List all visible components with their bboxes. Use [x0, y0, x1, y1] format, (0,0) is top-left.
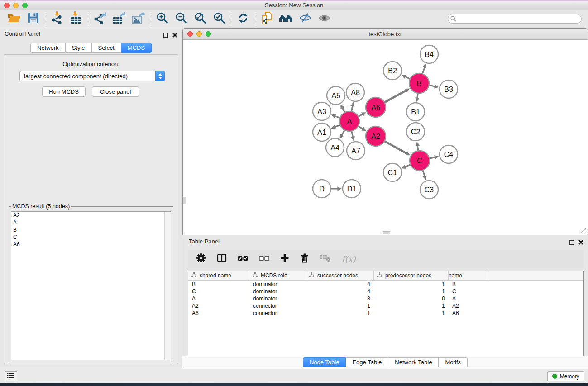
graph-node-A[interactable]: A — [339, 111, 359, 131]
close-panel-icon[interactable] — [172, 31, 177, 39]
graph-edge-C-C3[interactable] — [423, 171, 427, 180]
table-tab-node-table[interactable]: Node Table — [303, 357, 346, 367]
add-column-button[interactable] — [280, 253, 289, 264]
float-panel-icon[interactable] — [163, 33, 168, 38]
table-row[interactable]: A6connector11A6 — [188, 310, 583, 317]
graph-edge-C-C4[interactable] — [430, 155, 439, 159]
resize-grip-icon[interactable] — [581, 228, 587, 234]
graph-node-C2[interactable]: C2 — [406, 123, 425, 141]
graph-edge-A-A8[interactable] — [350, 102, 354, 111]
import-network-button[interactable] — [48, 11, 67, 27]
graph-node-B2[interactable]: B2 — [383, 62, 402, 80]
graph-edge-C-C1[interactable] — [402, 165, 410, 169]
memory-button[interactable]: Memory — [547, 371, 584, 381]
duplicate-network-button[interactable] — [258, 11, 277, 27]
search-input[interactable] — [448, 14, 582, 24]
graph-edge-B-B1[interactable] — [415, 94, 420, 102]
zoom-fit-button[interactable] — [191, 11, 210, 27]
graph-node-D1[interactable]: D1 — [343, 180, 361, 198]
tab-style[interactable]: Style — [66, 43, 92, 53]
graph-node-B1[interactable]: B1 — [406, 103, 425, 121]
zoom-window-button[interactable] — [22, 3, 28, 8]
graph-node-B4[interactable]: B4 — [420, 45, 438, 63]
graph-node-A5[interactable]: A5 — [327, 86, 345, 105]
show-graphics-details-button[interactable] — [315, 11, 334, 27]
export-network-button[interactable] — [91, 11, 110, 27]
result-scrollbar[interactable] — [164, 212, 171, 360]
column-header-MCDS-role[interactable]: MCDS role — [249, 271, 306, 280]
save-session-button[interactable] — [24, 11, 43, 27]
graph-edge-A-A6[interactable] — [359, 112, 366, 116]
table-row[interactable]: Cdominator41C — [188, 288, 583, 295]
graph-edge-B-B4[interactable] — [422, 64, 426, 73]
graph-node-C1[interactable]: C1 — [383, 163, 402, 181]
minimize-window-button[interactable] — [13, 3, 19, 8]
splitter-handle-vertical[interactable] — [183, 197, 186, 204]
graph-edge-A6-B[interactable] — [385, 89, 410, 102]
column-header-shared-name[interactable]: shared name — [188, 271, 249, 280]
criterion-dropdown[interactable]: largest connected component (directed) — [19, 71, 165, 81]
graph-node-C3[interactable]: C3 — [420, 181, 438, 199]
import-table-button[interactable] — [67, 11, 86, 27]
select-all-button[interactable] — [238, 255, 248, 263]
graph-edge-D-D1[interactable] — [331, 186, 342, 191]
table-tab-motifs[interactable]: Motifs — [439, 357, 468, 367]
graph-node-B[interactable]: B — [409, 73, 429, 93]
show-log-button[interactable] — [5, 371, 17, 381]
close-panel-icon[interactable] — [578, 238, 583, 247]
zoom-out-button[interactable] — [172, 11, 191, 27]
tab-network[interactable]: Network — [30, 43, 66, 53]
export-image-button[interactable] — [129, 11, 148, 27]
network-canvas[interactable]: AA1A2A3A4A5A6A7A8BB1B2B3B4CC1C2C3C4DD1 — [183, 40, 588, 234]
column-header-predecessor-nodes[interactable]: predecessor nodes — [374, 271, 449, 280]
home-button[interactable] — [277, 11, 296, 27]
graph-node-B3[interactable]: B3 — [440, 80, 458, 98]
close-panel-button[interactable]: Close panel — [92, 86, 139, 97]
graph-edge-A-A7[interactable] — [351, 131, 355, 141]
graph-edge-A-A5[interactable] — [340, 104, 344, 112]
network-minimize-button[interactable] — [196, 31, 202, 37]
zoom-selected-button[interactable] — [210, 11, 229, 27]
graph-node-A2[interactable]: A2 — [366, 126, 386, 146]
graph-node-C4[interactable]: C4 — [440, 145, 458, 163]
table-row[interactable]: A2connector11A2 — [188, 302, 583, 310]
graph-edge-C-C2[interactable] — [416, 142, 420, 150]
graph-node-A7[interactable]: A7 — [347, 142, 365, 160]
graph-edge-B-B2[interactable] — [402, 75, 410, 79]
open-session-button[interactable] — [5, 11, 24, 27]
table-row[interactable]: Adominator80A — [188, 295, 583, 302]
refresh-button[interactable] — [234, 11, 253, 27]
float-panel-icon[interactable] — [569, 240, 574, 245]
zoom-in-button[interactable] — [153, 11, 172, 27]
graph-edge-B-B3[interactable] — [430, 84, 439, 88]
graph-node-C[interactable]: C — [410, 151, 430, 171]
table-tab-network-table[interactable]: Network Table — [388, 357, 439, 367]
show-columns-button[interactable] — [217, 253, 227, 265]
graph-node-A3[interactable]: A3 — [313, 102, 331, 120]
deselect-all-button[interactable] — [259, 255, 269, 263]
splitter-handle-horizontal[interactable] — [383, 231, 390, 234]
network-close-button[interactable] — [187, 31, 193, 37]
table-settings-button[interactable] — [196, 253, 206, 265]
graph-edge-A-A3[interactable] — [331, 114, 340, 118]
run-mcds-button[interactable]: Run MCDS — [42, 86, 86, 97]
graph-edge-A-A2[interactable] — [359, 126, 366, 131]
column-header-successor-nodes[interactable]: successor nodes — [306, 271, 374, 280]
network-zoom-button[interactable] — [206, 31, 211, 37]
delete-column-button[interactable] — [300, 253, 309, 265]
tab-mcds[interactable]: MCDS — [121, 43, 152, 53]
graph-node-A1[interactable]: A1 — [313, 123, 331, 141]
hide-graphics-details-button[interactable] — [296, 11, 315, 27]
graph-node-D[interactable]: D — [313, 180, 331, 198]
graph-edge-A2-C[interactable] — [385, 141, 410, 155]
export-table-button[interactable] — [110, 11, 129, 27]
graph-node-A8[interactable]: A8 — [346, 83, 364, 101]
table-row[interactable]: Bdominator41B — [188, 281, 583, 288]
graph-edge-A-A1[interactable] — [331, 125, 339, 129]
graph-node-A6[interactable]: A6 — [366, 97, 386, 117]
graph-edge-A-A4[interactable] — [340, 130, 344, 139]
table-tab-edge-table[interactable]: Edge Table — [346, 357, 388, 367]
close-window-button[interactable] — [4, 3, 10, 8]
graph-node-A4[interactable]: A4 — [326, 138, 344, 157]
tab-select[interactable]: Select — [92, 43, 121, 53]
